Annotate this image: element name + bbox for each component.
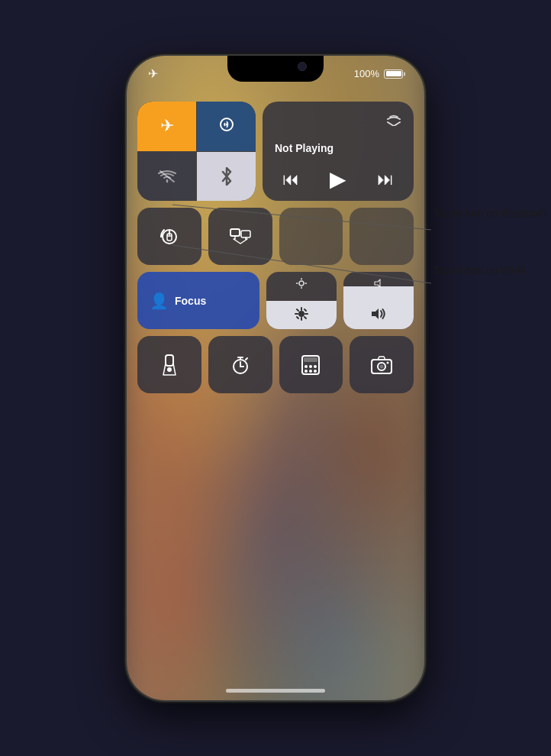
svg-point-9 xyxy=(299,281,304,286)
focus-label: Focus xyxy=(175,295,206,307)
wifi-annotation: Tap to turn on Wi-Fi. xyxy=(433,263,529,279)
calculator-icon xyxy=(301,355,320,375)
svg-point-39 xyxy=(380,364,384,368)
bluetooth-icon xyxy=(220,167,234,186)
empty-button-2 xyxy=(350,208,414,265)
phone-container: Tap to turn on Bluetooth. Tap to turn on… xyxy=(0,0,551,756)
timer-button[interactable] xyxy=(208,336,272,393)
svg-point-36 xyxy=(314,370,317,373)
cellular-icon xyxy=(218,116,235,137)
svg-line-20 xyxy=(304,317,306,318)
bluetooth-annotation: Tap to turn on Bluetooth. xyxy=(433,206,549,221)
svg-point-31 xyxy=(304,365,308,368)
brightness-slider[interactable] xyxy=(266,272,337,329)
airplane-icon: ✈ xyxy=(160,116,174,136)
bluetooth-annotation-text: Tap to turn on Bluetooth. xyxy=(433,207,549,219)
rewind-button[interactable]: ⏮ xyxy=(282,170,299,189)
svg-point-32 xyxy=(309,365,312,368)
control-center: ✈ xyxy=(137,102,414,639)
bluetooth-button[interactable] xyxy=(197,152,256,202)
battery-fill xyxy=(386,71,401,76)
play-button[interactable]: ▶ xyxy=(330,166,346,192)
focus-button[interactable]: 👤 Focus xyxy=(137,272,259,329)
airplane-mode-icon: ✈ xyxy=(148,66,158,81)
second-row xyxy=(137,208,414,265)
phone-screen: ✈ 100% ✈ xyxy=(127,56,424,700)
screen-mirror-button[interactable] xyxy=(208,208,272,265)
fast-forward-button[interactable]: ⏭ xyxy=(377,170,394,189)
front-camera xyxy=(298,62,307,71)
now-playing-title: Not Playing xyxy=(275,142,401,154)
brightness-icon xyxy=(295,307,308,325)
svg-rect-30 xyxy=(304,357,317,362)
now-playing-header xyxy=(275,112,401,129)
svg-point-14 xyxy=(298,311,304,317)
timer-icon xyxy=(230,355,250,375)
svg-rect-7 xyxy=(230,229,240,236)
flashlight-button[interactable] xyxy=(137,336,201,393)
flashlight-icon xyxy=(162,354,177,376)
connectivity-block: ✈ xyxy=(137,102,256,201)
status-right: 100% xyxy=(354,68,403,79)
screen-rotation-button[interactable] xyxy=(137,208,201,265)
camera-icon xyxy=(371,356,392,374)
svg-point-34 xyxy=(304,370,308,373)
battery-percent: 100% xyxy=(354,68,379,79)
home-indicator xyxy=(226,689,325,693)
notch xyxy=(227,56,324,82)
screen-mirror-icon xyxy=(230,228,251,245)
now-playing-block[interactable]: Not Playing ⏮ ▶ ⏭ xyxy=(263,102,414,201)
airplane-mode-button[interactable]: ✈ xyxy=(137,102,196,151)
bottom-row xyxy=(137,336,414,393)
calculator-button[interactable] xyxy=(279,336,343,393)
playback-controls: ⏮ ▶ ⏭ xyxy=(275,166,401,192)
svg-line-21 xyxy=(304,309,306,311)
wifi-button[interactable] xyxy=(137,152,196,202)
svg-point-24 xyxy=(167,367,172,372)
svg-point-35 xyxy=(309,370,312,373)
volume-icon xyxy=(370,307,387,325)
battery-icon xyxy=(384,69,403,79)
wifi-off-icon xyxy=(158,170,176,183)
focus-icon: 👤 xyxy=(150,292,169,310)
svg-line-19 xyxy=(297,309,298,311)
svg-point-40 xyxy=(387,361,389,363)
top-row: ✈ xyxy=(137,102,414,201)
volume-mute-icon xyxy=(373,278,384,290)
cellular-button[interactable] xyxy=(197,102,256,151)
svg-rect-23 xyxy=(166,355,173,366)
rotation-lock-icon xyxy=(160,227,179,247)
wifi-annotation-text: Tap to turn on Wi-Fi. xyxy=(433,264,529,276)
camera-button[interactable] xyxy=(350,336,414,393)
svg-point-33 xyxy=(314,365,317,368)
svg-point-3 xyxy=(225,123,227,125)
brightness-high-icon xyxy=(296,278,307,291)
third-row: 👤 Focus xyxy=(137,272,414,329)
airplay-icon[interactable] xyxy=(386,112,401,129)
volume-slider[interactable] xyxy=(343,272,414,329)
svg-line-22 xyxy=(297,317,298,318)
svg-rect-8 xyxy=(241,231,250,237)
empty-button-1 xyxy=(279,208,343,265)
